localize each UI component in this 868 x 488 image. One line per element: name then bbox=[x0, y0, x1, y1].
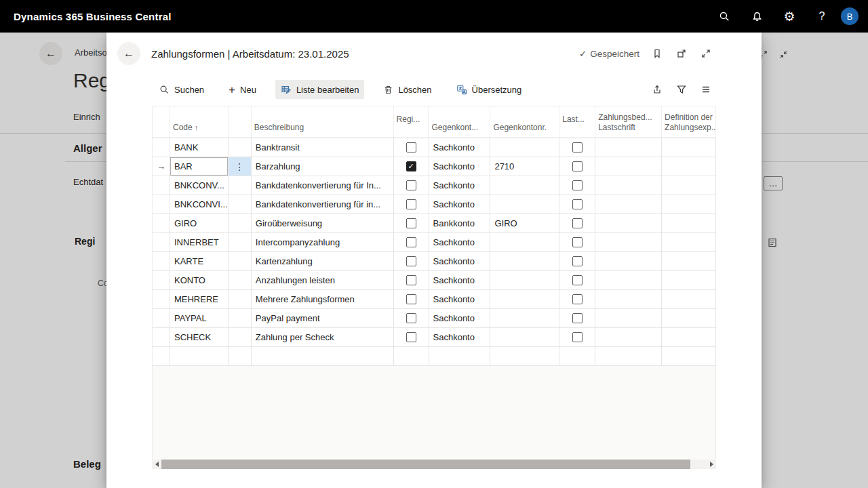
cell-zahlungsbedingung[interactable] bbox=[595, 347, 662, 365]
new-action-button[interactable]: + Neu bbox=[223, 80, 262, 100]
table-row[interactable]: KONTO Anzahlungen leisten Sachkonto bbox=[153, 271, 716, 290]
row-menu-cell[interactable] bbox=[229, 214, 252, 232]
table-row[interactable]: GIRO Giroüberweisung Bankkonto GIRO bbox=[153, 214, 716, 233]
checkbox[interactable] bbox=[572, 180, 583, 190]
cell-lastschrift-checkbox[interactable] bbox=[559, 252, 595, 270]
cell-regi-checkbox[interactable]: ✓ bbox=[394, 157, 429, 176]
cell-regi-checkbox[interactable] bbox=[394, 328, 429, 346]
cell-beschreibung[interactable]: Intercompanyzahlung bbox=[252, 233, 394, 251]
cell-code[interactable]: SCHECK bbox=[170, 328, 229, 346]
row-selector-cell[interactable] bbox=[153, 347, 170, 365]
cell-beschreibung[interactable]: PayPal payment bbox=[252, 309, 394, 327]
cell-regi-checkbox[interactable] bbox=[394, 195, 429, 214]
cell-code[interactable]: MEHRERE bbox=[170, 290, 229, 308]
cell-code[interactable]: PAYPAL bbox=[170, 309, 229, 327]
cell-code[interactable]: BAR bbox=[170, 157, 229, 176]
scroll-left-button[interactable] bbox=[152, 460, 161, 469]
row-menu-cell[interactable] bbox=[229, 252, 252, 270]
cell-beschreibung[interactable]: Barzahlung bbox=[252, 157, 394, 176]
column-header-zahlungsbedingung[interactable]: Zahlungsbed... Lastschrift bbox=[595, 106, 662, 138]
cell-definition[interactable] bbox=[662, 328, 716, 346]
cell-code[interactable]: KONTO bbox=[170, 271, 229, 289]
scrollbar-track[interactable] bbox=[161, 460, 707, 469]
cell-gegenkontonr[interactable] bbox=[490, 252, 559, 270]
cell-gegenkontonr[interactable]: 2710 bbox=[490, 157, 559, 176]
row-selector-cell[interactable] bbox=[153, 309, 170, 327]
table-row[interactable]: BANK Banktransit Sachkonto bbox=[153, 138, 716, 157]
checkbox[interactable] bbox=[406, 142, 416, 152]
cell-definition[interactable] bbox=[662, 176, 716, 195]
checkbox[interactable] bbox=[406, 313, 416, 323]
open-in-new-window-button[interactable] bbox=[675, 47, 688, 60]
cell-code[interactable]: BNKCONV... bbox=[170, 176, 229, 195]
cell-zahlungsbedingung[interactable] bbox=[595, 214, 662, 232]
checkbox[interactable] bbox=[572, 237, 583, 247]
cell-gegenkontonr[interactable] bbox=[490, 309, 559, 327]
cell-beschreibung[interactable]: Kartenzahlung bbox=[252, 252, 394, 270]
cell-beschreibung[interactable]: Mehrere Zahlungsformen bbox=[252, 290, 394, 308]
column-header-definition[interactable]: Definition der Zahlungsexp... bbox=[662, 106, 716, 138]
row-selector-cell[interactable] bbox=[153, 271, 170, 289]
row-selector-cell[interactable] bbox=[153, 290, 170, 308]
cell-definition[interactable] bbox=[662, 309, 716, 327]
cell-lastschrift-checkbox[interactable] bbox=[559, 233, 595, 251]
translate-action-button[interactable]: Übersetzung bbox=[451, 80, 528, 99]
cell-lastschrift-checkbox[interactable] bbox=[559, 328, 595, 346]
row-selector-cell[interactable] bbox=[153, 233, 170, 251]
cell-lastschrift-checkbox[interactable] bbox=[559, 347, 595, 365]
checkbox[interactable] bbox=[572, 256, 583, 266]
checkbox[interactable] bbox=[406, 294, 416, 304]
cell-lastschrift-checkbox[interactable] bbox=[559, 309, 595, 327]
cell-zahlungsbedingung[interactable] bbox=[595, 157, 662, 176]
table-row[interactable]: → BAR ⋮ Barzahlung ✓ Sachkonto 2710 bbox=[153, 157, 716, 176]
row-selector-cell[interactable] bbox=[153, 138, 170, 157]
back-button[interactable]: ← bbox=[117, 42, 140, 65]
expand-button[interactable] bbox=[699, 47, 713, 60]
cell-beschreibung[interactable]: Banktransit bbox=[252, 138, 394, 157]
cell-definition[interactable] bbox=[662, 347, 716, 365]
horizontal-scrollbar[interactable] bbox=[152, 460, 716, 469]
checkbox[interactable] bbox=[406, 180, 416, 190]
cell-code[interactable]: KARTE bbox=[170, 252, 229, 270]
checkbox[interactable] bbox=[572, 218, 583, 228]
checkbox[interactable] bbox=[406, 275, 416, 285]
cell-lastschrift-checkbox[interactable] bbox=[559, 214, 595, 232]
checkbox[interactable] bbox=[406, 332, 416, 342]
row-menu-cell[interactable] bbox=[229, 176, 252, 195]
cell-gegenkontonr[interactable] bbox=[490, 138, 559, 157]
cell-zahlungsbedingung[interactable] bbox=[595, 233, 662, 251]
cell-definition[interactable] bbox=[662, 271, 716, 289]
checkbox[interactable] bbox=[572, 161, 583, 171]
cell-zahlungsbedingung[interactable] bbox=[595, 176, 662, 195]
row-menu-cell[interactable]: ⋮ bbox=[229, 157, 252, 176]
cell-zahlungsbedingung[interactable] bbox=[595, 195, 662, 214]
cell-regi-checkbox[interactable] bbox=[394, 309, 429, 327]
cell-zahlungsbedingung[interactable] bbox=[595, 309, 662, 327]
row-menu-cell[interactable] bbox=[229, 290, 252, 308]
cell-beschreibung[interactable]: Zahlung per Scheck bbox=[252, 328, 394, 346]
cell-zahlungsbedingung[interactable] bbox=[595, 271, 662, 289]
global-search-button[interactable] bbox=[708, 0, 741, 33]
row-menu-cell[interactable] bbox=[229, 309, 252, 327]
row-menu-cell[interactable] bbox=[229, 195, 252, 214]
row-selector-cell[interactable] bbox=[153, 176, 170, 195]
bookmark-button[interactable] bbox=[650, 47, 664, 60]
cell-regi-checkbox[interactable] bbox=[394, 138, 429, 157]
table-row[interactable]: PAYPAL PayPal payment Sachkonto bbox=[153, 309, 716, 328]
settings-button[interactable]: ⚙ bbox=[773, 0, 806, 33]
cell-gegenkontoart[interactable]: Sachkonto bbox=[429, 233, 491, 251]
row-menu-cell[interactable] bbox=[229, 328, 252, 346]
cell-gegenkontoart[interactable]: Sachkonto bbox=[429, 290, 491, 308]
cell-lastschrift-checkbox[interactable] bbox=[559, 195, 595, 214]
list-view-button[interactable] bbox=[699, 83, 713, 96]
edit-list-action-button[interactable]: Liste bearbeiten bbox=[275, 80, 365, 99]
cell-zahlungsbedingung[interactable] bbox=[595, 252, 662, 270]
checkbox[interactable] bbox=[572, 332, 583, 342]
cell-lastschrift-checkbox[interactable] bbox=[559, 138, 595, 157]
row-menu-cell[interactable] bbox=[229, 271, 252, 289]
cell-lastschrift-checkbox[interactable] bbox=[559, 157, 595, 176]
row-menu-cell[interactable] bbox=[229, 347, 252, 365]
cell-gegenkontoart[interactable]: Sachkonto bbox=[429, 252, 491, 270]
table-row[interactable] bbox=[153, 347, 716, 366]
cell-gegenkontoart[interactable]: Sachkonto bbox=[429, 271, 491, 289]
